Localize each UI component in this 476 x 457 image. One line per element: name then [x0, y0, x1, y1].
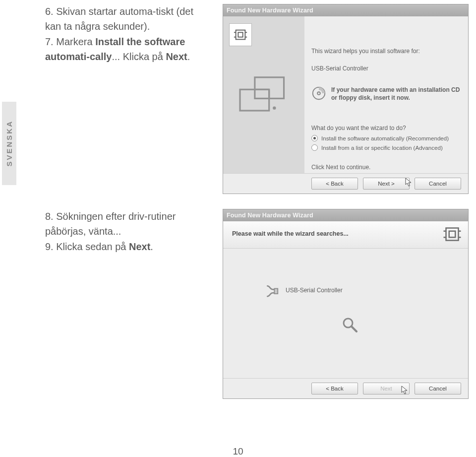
back-button[interactable]: < Back: [311, 383, 358, 394]
dialog1-title: Found New Hardware Wizard: [227, 7, 313, 14]
svg-rect-13: [446, 228, 459, 241]
searching-icon: [341, 316, 359, 336]
back-button[interactable]: < Back: [311, 178, 358, 190]
svg-line-21: [352, 326, 357, 331]
step7-post: ... Klicka på: [112, 51, 166, 62]
connector-icon: [265, 283, 279, 297]
svg-rect-6: [238, 32, 242, 37]
dialog2-body: USB-Serial Controller: [223, 249, 468, 378]
radio-install-auto[interactable]: Install the software automatically (Reco…: [311, 135, 449, 141]
radio-list-indicator: [311, 144, 318, 151]
cd-hint-line1: If your hardware came with an installati…: [331, 86, 460, 93]
hardware-icon-box: [229, 23, 252, 46]
language-label: SVENSKA: [5, 120, 13, 167]
cancel-button[interactable]: Cancel: [415, 383, 461, 394]
hardware-chip-icon: [442, 224, 462, 244]
step9-pre: 9. Klicka sedan på: [45, 241, 129, 252]
radio-auto-label: Install the software automatically (Reco…: [321, 135, 449, 141]
radio-list-label: Install from a list or specific location…: [321, 144, 443, 151]
cd-icon: [311, 86, 326, 101]
step8-text: 8. Sökningen efter driv-rutiner påbörjas…: [45, 211, 176, 237]
radio-auto-indicator: [311, 135, 318, 141]
wizard-graphic-icon: [236, 71, 292, 119]
dialog1-body: This wizard helps you install software f…: [223, 16, 468, 173]
mouse-cursor-icon: [405, 178, 413, 188]
svg-point-12: [317, 92, 320, 95]
radio-install-list[interactable]: Install from a list or specific location…: [311, 144, 443, 151]
language-tab: SVENSKA: [2, 102, 16, 185]
dialog1-cd-hint: If your hardware came with an installati…: [311, 86, 460, 102]
found-new-hardware-wizard-dialog-1: Found New Hardware Wizard This wizard he…: [223, 4, 469, 194]
dialog1-question: What do you want the wizard to do?: [311, 125, 406, 131]
svg-rect-19: [274, 289, 278, 294]
dialog1-intro-text: This wizard helps you install software f…: [311, 48, 420, 55]
instruction-step-6-7: 6. Skivan startar automa-tiskt (det kan …: [45, 4, 209, 65]
mouse-cursor-icon: [401, 386, 409, 395]
dialog2-header: Please wait while the wizard searches...: [223, 221, 468, 249]
cd-hint-line2: or floppy disk, insert it now.: [331, 94, 410, 101]
svg-rect-14: [449, 231, 456, 238]
dialog2-button-bar: < Back Next Cancel: [223, 378, 468, 398]
svg-rect-5: [236, 30, 245, 40]
step9-bold: Next: [129, 241, 150, 252]
dialog2-header-text: Please wait while the wizard searches...: [232, 230, 349, 237]
dialog2-title: Found New Hardware Wizard: [227, 212, 313, 219]
page-number: 10: [0, 446, 476, 457]
device-row: USB-Serial Controller: [265, 283, 343, 297]
step7-next: Next: [166, 51, 187, 62]
dialog1-titlebar: Found New Hardware Wizard: [223, 4, 468, 16]
cancel-button[interactable]: Cancel: [415, 178, 461, 190]
dialog1-button-bar: < Back Next > Cancel: [223, 173, 468, 194]
hardware-chip-icon: [233, 27, 248, 42]
svg-point-4: [273, 106, 276, 109]
step7-pre: 7. Markera: [45, 36, 95, 47]
step6-text: 6. Skivan startar automa-tiskt (det kan …: [45, 6, 193, 32]
step7-end: .: [187, 51, 190, 62]
found-new-hardware-wizard-dialog-2: Found New Hardware Wizard Please wait wh…: [223, 209, 469, 399]
instruction-step-8-9: 8. Sökningen efter driv-rutiner påbörjas…: [45, 209, 209, 254]
next-button[interactable]: Next >: [363, 178, 410, 190]
dialog2-titlebar: Found New Hardware Wizard: [223, 209, 468, 221]
step9-end: .: [150, 241, 153, 252]
dialog2-device-name: USB-Serial Controller: [286, 287, 343, 294]
dialog1-device-name: USB-Serial Controller: [311, 65, 368, 72]
dialog1-continue-text: Click Next to continue.: [311, 164, 370, 171]
